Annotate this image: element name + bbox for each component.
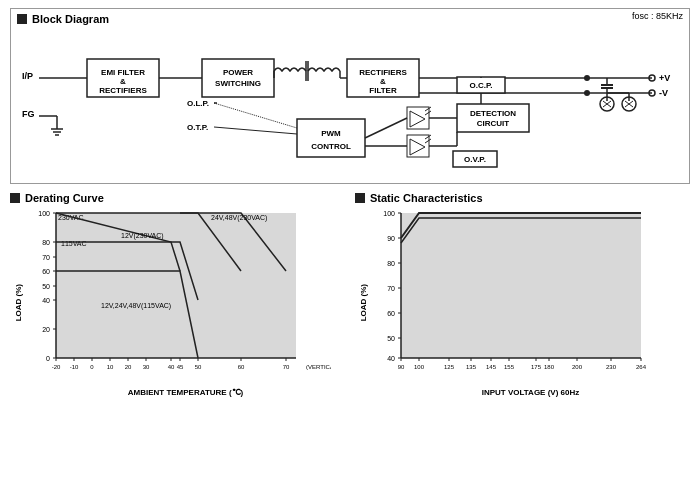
xtick-label-0: 0 [90,364,94,370]
block-diagram-section: Block Diagram fosc : 85KHz I/P FG E [10,8,690,184]
s-xtick-label-230: 230 [606,364,617,370]
ytick-label-80: 80 [42,239,50,246]
xtick-label-30: 30 [143,364,150,370]
pwm-box [297,119,365,157]
derating-svg: 100 80 70 60 50 [26,208,331,386]
s-xtick-label-264: 264 [636,364,647,370]
s-xtick-label-125: 125 [444,364,455,370]
coil-right [308,68,340,71]
xtick-label-20: 20 [125,364,132,370]
derating-square [10,193,20,203]
ytick-label-60: 60 [42,268,50,275]
page: Block Diagram fosc : 85KHz I/P FG E [0,0,700,500]
115vac-label: 115VAC [61,240,87,247]
s-xtick-label-155: 155 [504,364,515,370]
s-ytick-label-40: 40 [387,355,395,362]
derating-chart-area: 100 80 70 60 50 [26,208,345,397]
derating-y-label: LOAD (%) [14,284,23,321]
olp-line [214,103,297,128]
detection-text2: CIRCUIT [477,119,510,128]
olp-label: O.L.P. [187,99,209,108]
coil-left [274,68,306,71]
ytick-label-0: 0 [46,355,50,362]
rectfilter-text3: FILTER [369,86,397,95]
s-xtick-label-135: 135 [466,364,477,370]
xtick-label-50: 50 [195,364,202,370]
s-xtick-label-145: 145 [486,364,497,370]
static-section: Static Characteristics LOAD (%) [355,192,690,397]
s-ytick-label-90: 90 [387,235,395,242]
header-square [17,14,27,24]
xtick-label-40: 40 [168,364,175,370]
xtick-label--10: -10 [70,364,79,370]
xtick-label-10: 10 [107,364,114,370]
s-xtick-label-200: 200 [572,364,583,370]
fosc-label: fosc : 85KHz [632,11,683,21]
block-diagram-header: Block Diagram [17,13,683,25]
vertical-label: (VERTICAL) [306,364,331,370]
ip-label: I/P [22,71,33,81]
rectfilter-text1: RECTIFIERS [359,68,407,77]
12v230-label: 12V(230VAC) [121,232,164,240]
xtick-label--20: -20 [52,364,61,370]
emi-text3: RECTIFIERS [99,86,147,95]
otp-line [214,127,297,134]
ocp-label: O.C.P. [470,81,493,90]
static-header: Static Characteristics [355,192,690,204]
ytick-label-100: 100 [38,210,50,217]
ytick-label-70: 70 [42,254,50,261]
fg-label: FG [22,109,35,119]
s-ytick-label-60: 60 [387,310,395,317]
power-box [202,59,274,97]
block-diagram-svg: I/P FG EMI FILTER & RECTIFIERS [17,29,687,177]
static-chart-wrapper: LOAD (%) 100 90 [355,208,690,397]
s-xtick-label-175: 175 [531,364,542,370]
s-ytick-label-100: 100 [383,210,395,217]
power-text1: POWER [223,68,253,77]
static-y-label-container: LOAD (%) [355,208,371,397]
power-text2: SWITCHING [215,79,261,88]
pwm-text2: CONTROL [311,142,351,151]
ytick-label-40: 40 [42,297,50,304]
static-svg: 100 90 80 70 60 50 40 [371,208,676,386]
derating-title: Derating Curve [25,192,104,204]
vplus-label: +V [659,73,670,83]
xtick-label-60: 60 [238,364,245,370]
chart-bg [56,213,296,358]
ytick-label-20: 20 [42,326,50,333]
s-xtick-label-100: 100 [414,364,425,370]
otp-label: O.T.P. [187,123,208,132]
ytick-label-50: 50 [42,283,50,290]
24v48v230-label: 24V,48V(230VAC) [211,214,267,222]
derating-x-label: AMBIENT TEMPERATURE (℃) [26,388,345,397]
s-ytick-label-70: 70 [387,285,395,292]
static-chart-area: 100 90 80 70 60 50 40 [371,208,690,397]
diagram-area: I/P FG EMI FILTER & RECTIFIERS [17,29,683,177]
s-ytick-label-50: 50 [387,335,395,342]
s-xtick-label-90: 90 [398,364,405,370]
emi-text1: EMI FILTER [101,68,145,77]
pwm-text1: PWM [321,129,341,138]
pwm-opto1-line [365,118,407,138]
block-diagram-title: Block Diagram [32,13,109,25]
static-y-label: LOAD (%) [359,284,368,321]
s-ytick-label-80: 80 [387,260,395,267]
emi-text2: & [120,77,126,86]
static-x-label: INPUT VOLTAGE (V) 60Hz [371,388,690,397]
ovp-label: O.V.P. [464,155,486,164]
detection-text1: DETECTION [470,109,516,118]
static-square [355,193,365,203]
derating-y-label-container: LOAD (%) [10,208,26,397]
xtick-label-45: 45 [177,364,184,370]
rectfilter-text2: & [380,77,386,86]
derating-chart-wrapper: LOAD (%) 100 [10,208,345,397]
xtick-label-70: 70 [283,364,290,370]
static-chart-bg [401,213,641,358]
vminus-label: -V [659,88,668,98]
s-xtick-label-180: 180 [544,364,555,370]
bottom-sections: Derating Curve LOAD (%) [10,192,690,397]
derating-section: Derating Curve LOAD (%) [10,192,345,397]
12v24v48v115-label: 12V,24V,48V(115VAC) [101,302,171,310]
static-title: Static Characteristics [370,192,483,204]
derating-header: Derating Curve [10,192,345,204]
